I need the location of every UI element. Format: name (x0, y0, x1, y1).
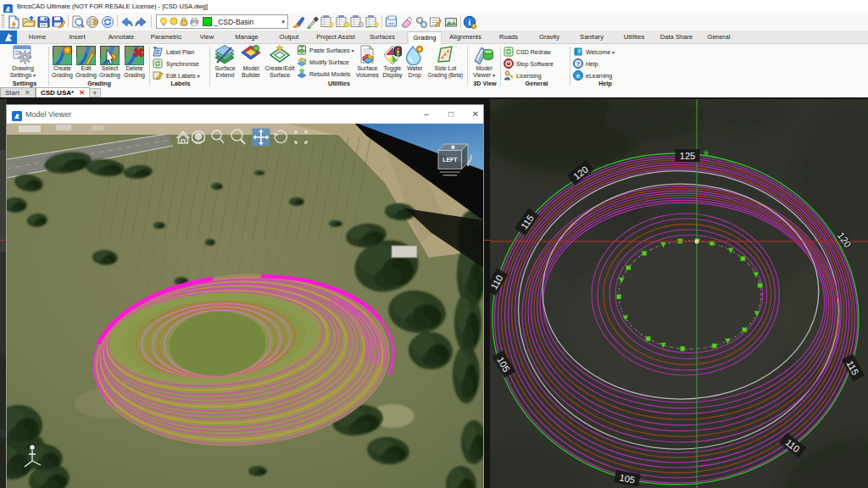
svg-text:LEFT: LEFT (442, 157, 458, 163)
svg-text:?: ? (576, 60, 581, 68)
svg-text:125: 125 (680, 151, 695, 161)
svg-text:i: i (469, 17, 471, 26)
svg-text:?: ? (473, 24, 476, 28)
svg-text:e: e (576, 72, 581, 80)
